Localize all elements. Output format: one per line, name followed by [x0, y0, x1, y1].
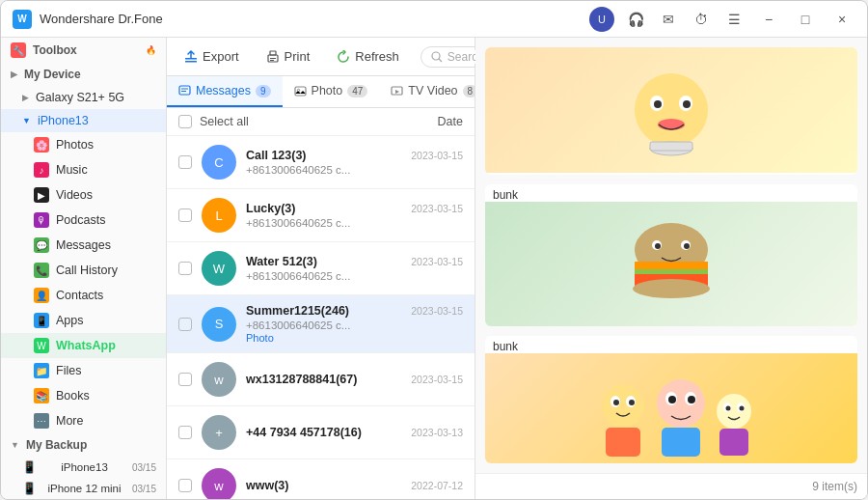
svg-rect-11 [295, 87, 306, 96]
right-footer: 9 item(s) [475, 473, 867, 499]
svg-point-35 [655, 243, 661, 249]
msg-content: +44 7934 457178(16) 2023-03-13 [246, 426, 463, 439]
menu-icon[interactable]: ☰ [722, 8, 746, 31]
sidebar-item-contacts[interactable]: 👤 Contacts [1, 283, 166, 308]
headset-icon[interactable]: 🎧 [624, 8, 647, 31]
media-image [485, 202, 857, 327]
msg-avatar: C [202, 145, 236, 180]
svg-point-25 [658, 119, 685, 130]
minimize-button[interactable]: − [755, 6, 782, 33]
message-list: C Call 123(3) 2023-03-15 +8613006640625 … [167, 136, 475, 499]
svg-point-47 [688, 396, 695, 403]
sidebar: 🔧 Toolbox 🔥 ▶ My Device ▶ Galaxy S21+ 5G… [1, 38, 167, 499]
media-block: 2023/03/15 20:55 [485, 47, 857, 175]
sidebar-item-toolbox[interactable]: 🔧 Toolbox 🔥 [1, 38, 166, 63]
tab-photo[interactable]: Photo 47 [283, 76, 380, 107]
msg-item-active[interactable]: S Summer1215(246) 2023-03-15 +8613006640… [167, 295, 475, 353]
msg-content: wx13128788841(67) 2023-03-15 [246, 373, 463, 386]
export-button[interactable]: Export [178, 45, 245, 68]
sidebar-item-books[interactable]: 📚 Books [1, 383, 166, 408]
media-sender: bunk [485, 336, 857, 353]
svg-point-52 [726, 406, 731, 411]
mail-icon[interactable]: ✉ [657, 8, 680, 31]
title-bar-controls: U 🎧 ✉ ⏱ ☰ − □ × [589, 6, 855, 33]
msg-item[interactable]: w wx13128788841(67) 2023-03-15 [167, 353, 475, 406]
svg-point-46 [668, 396, 676, 403]
sidebar-item-galaxys21[interactable]: ▶ Galaxy S21+ 5G [1, 86, 166, 109]
sidebar-item-callhistory[interactable]: 📞 Call History [1, 258, 166, 283]
refresh-button[interactable]: Refresh [331, 45, 405, 68]
svg-point-23 [654, 100, 662, 108]
sidebar-backup-iphone12mini[interactable]: 📱 iPhone 12 mini 03/15 [1, 478, 166, 499]
svg-point-32 [633, 279, 710, 298]
sidebar-item-music[interactable]: ♪ Music [1, 157, 166, 182]
msg-content: Summer1215(246) 2023-03-15 +861300664062… [246, 304, 463, 344]
sidebar-item-iphone13[interactable]: ▼ iPhone13 [1, 109, 166, 132]
svg-rect-5 [270, 60, 274, 61]
print-icon [266, 50, 280, 64]
svg-point-37 [602, 385, 644, 428]
msg-checkbox[interactable] [178, 479, 192, 492]
search-icon [431, 51, 443, 63]
msg-avatar: W [202, 251, 236, 286]
media-image [485, 353, 857, 463]
msg-checkbox[interactable] [178, 208, 192, 222]
msg-checkbox[interactable] [178, 318, 192, 331]
svg-rect-48 [662, 428, 700, 457]
tab-tvvideo[interactable]: TV Video 8 [379, 76, 475, 107]
svg-point-40 [613, 400, 619, 405]
svg-rect-42 [606, 428, 640, 457]
svg-rect-27 [650, 142, 692, 151]
svg-point-36 [684, 243, 690, 249]
msg-item[interactable]: W Water 512(3) 2023-03-15 +8613006640625… [167, 242, 475, 295]
select-all-checkbox[interactable] [178, 115, 192, 128]
svg-rect-3 [270, 51, 276, 55]
media-block: bunk [485, 184, 857, 327]
sidebar-item-videos[interactable]: ▶ Videos [1, 182, 166, 208]
sidebar-item-files[interactable]: 📁 Files [1, 358, 166, 383]
sidebar-item-more[interactable]: ⋯ More [1, 408, 166, 433]
svg-point-43 [657, 379, 705, 428]
media-image [485, 47, 857, 173]
middle-tabs: Messages 9 Photo 47 TV Video 8 Audio 15 [167, 76, 475, 108]
sidebar-item-podcasts[interactable]: 🎙 Podcasts [1, 208, 166, 233]
sidebar-item-messages[interactable]: 💬 Messages [1, 233, 166, 258]
msg-item[interactable]: C Call 123(3) 2023-03-15 +8613006640625 … [167, 136, 475, 189]
sidebar-item-apps[interactable]: 📱 Apps [1, 308, 166, 333]
maximize-button[interactable]: □ [792, 6, 819, 33]
msg-item[interactable]: + +44 7934 457178(16) 2023-03-13 [167, 406, 475, 459]
sidebar-item-mybackup[interactable]: ▼ My Backup [1, 433, 166, 457]
content-area: Export Print Refresh [167, 38, 867, 499]
svg-line-7 [439, 59, 442, 62]
msg-checkbox[interactable] [178, 262, 192, 275]
msg-checkbox[interactable] [178, 155, 192, 169]
user-avatar[interactable]: U [589, 7, 614, 32]
tab-messages[interactable]: Messages 9 [167, 76, 283, 107]
sidebar-backup-iphone13[interactable]: 📱 iPhone13 03/15 [1, 457, 166, 478]
sidebar-item-mydevice[interactable]: ▶ My Device [1, 63, 166, 86]
right-panel: 2023/03/15 20:55 bunk [475, 38, 867, 499]
history-icon[interactable]: ⏱ [690, 8, 713, 31]
msg-avatar: w [202, 468, 236, 499]
msg-list-header: Select all Date [167, 108, 475, 136]
photo-tab-icon [294, 85, 307, 97]
middle-panel: Export Print Refresh [167, 38, 475, 499]
msg-avatar: S [202, 307, 236, 342]
svg-rect-54 [719, 429, 748, 456]
msg-item[interactable]: w www(3) 2022-07-12 [167, 459, 475, 499]
close-button[interactable]: × [828, 6, 855, 33]
msg-checkbox[interactable] [178, 426, 192, 439]
print-button[interactable]: Print [260, 45, 316, 68]
sidebar-item-photos[interactable]: 🌸 Photos [1, 132, 166, 157]
media-sender: bunk [485, 184, 857, 202]
sidebar-item-whatsapp[interactable]: W WhatsApp [1, 333, 166, 358]
svg-point-49 [717, 394, 751, 429]
messages-tab-icon [178, 85, 191, 97]
msg-checkbox[interactable] [178, 373, 192, 386]
msg-avatar: w [202, 362, 236, 397]
svg-point-41 [629, 400, 635, 405]
msg-item[interactable]: L Lucky(3) 2023-03-15 +8613006640625 c..… [167, 189, 475, 242]
msg-content: Lucky(3) 2023-03-15 +8613006640625 c... [246, 202, 463, 229]
cartoon-svg [613, 57, 729, 163]
refresh-icon [337, 50, 350, 64]
